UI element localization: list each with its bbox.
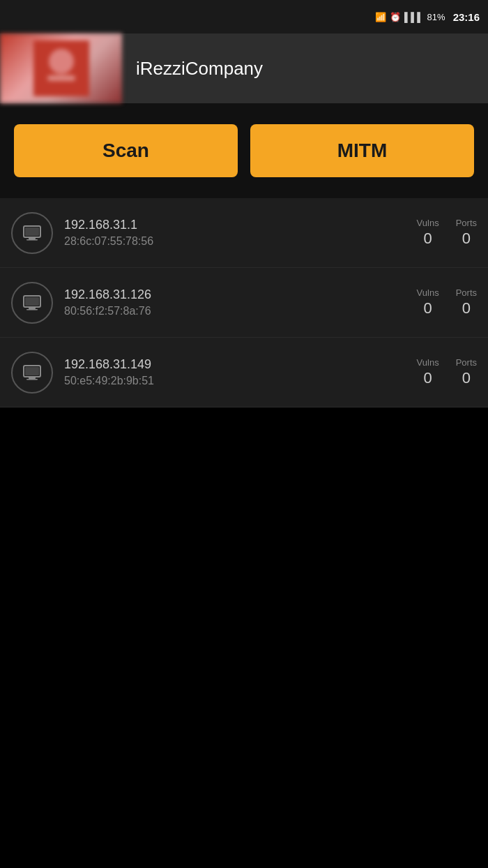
svg-point-1 <box>49 49 74 74</box>
app-title: iRezziCompany <box>122 58 263 80</box>
ports-label: Ports <box>456 357 477 368</box>
ports-col: Ports 0 <box>456 287 477 317</box>
device-icon-wrap <box>11 352 53 394</box>
svg-rect-5 <box>26 239 38 241</box>
app-logo <box>0 33 122 103</box>
ports-label: Ports <box>456 218 477 228</box>
status-icons: 📶 ⏰ ▌▌▌ 81% 23:16 <box>375 11 480 23</box>
device-item[interactable]: 192.168.31.126 80:56:f2:57:8a:76 Vulns 0… <box>0 268 488 338</box>
ports-value: 0 <box>462 369 471 387</box>
device-ip: 192.168.31.1 <box>64 218 406 232</box>
ports-col: Ports 0 <box>456 218 477 248</box>
vulns-label: Vulns <box>417 357 439 368</box>
device-icon-wrap <box>11 212 53 254</box>
vulns-label: Vulns <box>417 218 439 228</box>
alarm-icon: ⏰ <box>390 12 401 22</box>
device-icon-wrap <box>11 282 53 324</box>
battery-text: 81% <box>427 12 445 22</box>
wifi-icon: 📶 <box>375 12 386 22</box>
vulns-col: Vulns 0 <box>417 218 439 248</box>
svg-rect-9 <box>26 309 38 310</box>
vulns-col: Vulns 0 <box>417 287 439 317</box>
svg-rect-4 <box>29 237 36 239</box>
status-time: 23:16 <box>453 11 480 23</box>
svg-rect-8 <box>29 307 36 309</box>
svg-rect-6 <box>25 227 39 236</box>
device-item[interactable]: 192.168.31.1 28:6c:07:55:78:56 Vulns 0 P… <box>0 198 488 268</box>
ports-value: 0 <box>462 299 471 317</box>
svg-rect-10 <box>25 297 39 306</box>
computer-icon <box>21 292 43 314</box>
computer-icon <box>21 222 43 244</box>
device-ip: 192.168.31.126 <box>64 287 406 302</box>
device-stats: Vulns 0 Ports 0 <box>417 357 477 387</box>
device-item[interactable]: 192.168.31.149 50:e5:49:2b:9b:51 Vulns 0… <box>0 338 488 407</box>
device-mac: 50:e5:49:2b:9b:51 <box>64 375 406 387</box>
device-mac: 80:56:f2:57:8a:76 <box>64 305 406 317</box>
device-info: 192.168.31.149 50:e5:49:2b:9b:51 <box>64 357 406 387</box>
button-area: Scan MITM <box>0 103 488 198</box>
svg-rect-14 <box>25 367 39 375</box>
svg-rect-12 <box>29 377 36 379</box>
scan-button[interactable]: Scan <box>14 124 238 177</box>
device-list: 192.168.31.1 28:6c:07:55:78:56 Vulns 0 P… <box>0 198 488 407</box>
svg-rect-13 <box>26 379 38 380</box>
svg-rect-2 <box>47 75 75 81</box>
ports-value: 0 <box>462 230 471 248</box>
mitm-button[interactable]: MITM <box>250 124 474 177</box>
ports-label: Ports <box>456 287 477 298</box>
device-info: 192.168.31.126 80:56:f2:57:8a:76 <box>64 287 406 317</box>
vulns-col: Vulns 0 <box>417 357 439 387</box>
vulns-value: 0 <box>424 369 432 387</box>
device-stats: Vulns 0 Ports 0 <box>417 218 477 248</box>
device-info: 192.168.31.1 28:6c:07:55:78:56 <box>64 218 406 248</box>
vulns-label: Vulns <box>417 287 439 298</box>
device-stats: Vulns 0 Ports 0 <box>417 287 477 317</box>
vulns-value: 0 <box>424 230 432 248</box>
app-header: iRezziCompany <box>0 33 488 103</box>
device-ip: 192.168.31.149 <box>64 357 406 372</box>
ports-col: Ports 0 <box>456 357 477 387</box>
status-bar: 📶 ⏰ ▌▌▌ 81% 23:16 <box>0 0 488 33</box>
vulns-value: 0 <box>424 299 432 317</box>
signal-icon: ▌▌▌ <box>404 12 424 22</box>
computer-icon <box>21 361 43 384</box>
device-mac: 28:6c:07:55:78:56 <box>64 235 406 248</box>
